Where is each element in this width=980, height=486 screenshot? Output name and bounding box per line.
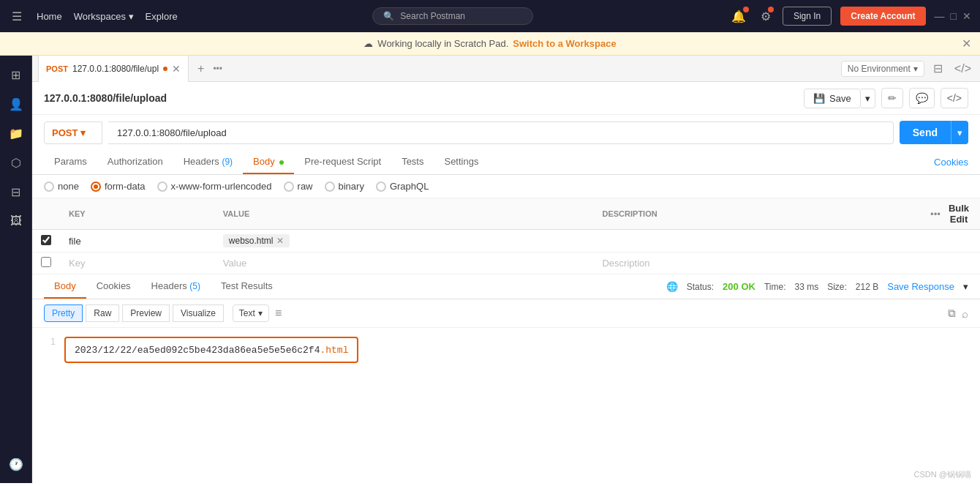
text-format-selector[interactable]: Text ▾ xyxy=(233,304,269,322)
resp-tab-body[interactable]: Body xyxy=(44,274,86,299)
cookies-button[interactable]: Cookies xyxy=(934,157,968,168)
form-data-radio xyxy=(91,182,101,192)
main-layout: ⊞ 👤 📁 ⬡ ⊟ 🖼 🕐 POST 127.0.0.1:8080/file/u… xyxy=(0,56,980,483)
code-snippet-button[interactable]: </> xyxy=(941,88,968,108)
size-label: Size: xyxy=(827,282,847,292)
method-selector[interactable]: POST ▾ xyxy=(44,122,102,144)
minimize-button[interactable]: — xyxy=(935,10,945,22)
save-resp-arrow[interactable]: ▾ xyxy=(963,281,968,292)
sidebar-icon-mock[interactable]: ⊟ xyxy=(3,179,29,205)
nav-workspaces[interactable]: Workspaces ▾ xyxy=(74,11,134,22)
new-tab-button[interactable]: + xyxy=(192,62,210,75)
visualize-button[interactable]: Visualize xyxy=(173,304,224,322)
save-button[interactable]: 💾 Save xyxy=(804,89,861,108)
tab-headers[interactable]: Headers (9) xyxy=(173,150,243,174)
tab-body[interactable]: Body xyxy=(243,150,294,174)
send-dropdown-button[interactable]: ▾ xyxy=(951,121,968,144)
tab-url-label: 127.0.0.1:8080/file/upl xyxy=(72,64,159,74)
code-line-1: 1 2023/12/22/ea5ed092c5be423da86ea5e5e5e… xyxy=(44,337,968,363)
tab-authorization[interactable]: Authorization xyxy=(97,150,173,174)
size-value: 212 B xyxy=(856,282,878,292)
sidebar-icon-collection[interactable]: 📁 xyxy=(3,120,29,146)
active-tab[interactable]: POST 127.0.0.1:8080/file/upl ✕ xyxy=(38,56,189,82)
raw-button[interactable]: Raw xyxy=(86,304,119,322)
body-type-raw[interactable]: raw xyxy=(284,181,313,192)
resp-tab-tests[interactable]: Test Results xyxy=(211,274,283,299)
file-tag-remove[interactable]: ✕ xyxy=(276,236,284,246)
content-area: POST 127.0.0.1:8080/file/upl ✕ + ••• No … xyxy=(32,56,980,483)
code-highlight-box: 2023/12/22/ea5ed092c5be423da86ea5e5e5e6c… xyxy=(64,337,358,363)
resp-tab-headers[interactable]: Headers (5) xyxy=(141,274,211,299)
resp-tab-cookies[interactable]: Cookies xyxy=(86,274,141,299)
nav-explore[interactable]: Explore xyxy=(146,11,178,22)
table-more-button[interactable]: ••• xyxy=(930,209,941,220)
save-response-button[interactable]: Save Response xyxy=(887,281,954,292)
tab-pre-request[interactable]: Pre-request Script xyxy=(294,150,391,174)
sidebar-icon-env[interactable]: ⬡ xyxy=(3,149,29,176)
notif-close-button[interactable]: ✕ xyxy=(962,37,971,51)
search-response-button[interactable]: ⌕ xyxy=(962,307,968,320)
sidebar-icon-history[interactable]: 🕐 xyxy=(3,451,29,477)
body-type-binary[interactable]: binary xyxy=(325,181,364,192)
kv-table: KEY VALUE DESCRIPTION ••• Bulk Edit file xyxy=(32,198,980,274)
edit-icon-button[interactable]: ✏ xyxy=(881,88,903,108)
row-empty-checkbox[interactable] xyxy=(41,257,51,267)
send-button[interactable]: Send xyxy=(900,121,951,144)
body-type-form-data[interactable]: form-data xyxy=(91,181,146,192)
file-tag-name: webso.html xyxy=(229,236,274,246)
comment-icon-button[interactable]: 💬 xyxy=(909,88,935,108)
url-input[interactable] xyxy=(108,122,894,144)
settings-badge xyxy=(768,7,774,12)
switch-workspace-link[interactable]: Switch to a Workspace xyxy=(513,38,616,49)
close-button[interactable]: ✕ xyxy=(962,10,971,22)
raw-radio xyxy=(284,182,294,192)
copy-button[interactable]: ⧉ xyxy=(948,307,956,320)
body-type-urlencoded[interactable]: x-www-form-urlencoded xyxy=(157,181,272,192)
notif-text: Working locally in Scratch Pad. xyxy=(377,38,508,49)
create-account-button[interactable]: Create Account xyxy=(840,7,925,26)
bulk-edit-button[interactable]: Bulk Edit xyxy=(946,203,971,225)
request-title-actions: 💾 Save ▾ ✏ 💬 </> xyxy=(804,88,968,108)
sidebar-icon-image[interactable]: 🖼 xyxy=(3,208,29,234)
preview-button[interactable]: Preview xyxy=(122,304,170,322)
pretty-button[interactable]: Pretty xyxy=(44,304,83,322)
code-view-icon[interactable]: </> xyxy=(951,59,974,78)
description-cell xyxy=(593,230,921,253)
none-radio xyxy=(44,182,54,192)
text-format-arrow: ▾ xyxy=(258,308,263,318)
table-view-icon[interactable]: ⊟ xyxy=(930,59,946,78)
watermark: CSDN @锅锅喵 xyxy=(914,469,971,480)
tab-more-button[interactable]: ••• xyxy=(213,64,222,74)
tab-params[interactable]: Params xyxy=(44,150,97,174)
tab-settings[interactable]: Settings xyxy=(434,150,489,174)
settings-icon[interactable]: ⚙ xyxy=(758,7,774,26)
save-dropdown-button[interactable]: ▾ xyxy=(861,89,875,108)
tab-close-icon[interactable]: ✕ xyxy=(172,63,181,75)
notifications-icon[interactable]: 🔔 xyxy=(728,7,749,26)
maximize-button[interactable]: □ xyxy=(951,10,957,22)
top-actions: 🔔 ⚙ Sign In Create Account — □ ✕ xyxy=(728,7,971,26)
tab-method-label: POST xyxy=(46,64,68,73)
row-checkbox[interactable] xyxy=(41,235,51,245)
tab-tests[interactable]: Tests xyxy=(391,150,434,174)
tab-bar: POST 127.0.0.1:8080/file/upl ✕ + ••• No … xyxy=(32,56,980,82)
hamburger-icon[interactable]: ☰ xyxy=(9,7,25,26)
sign-in-button[interactable]: Sign In xyxy=(783,7,832,26)
sidebar-icon-new[interactable]: ⊞ xyxy=(3,61,29,88)
status-label: Status: xyxy=(687,282,714,292)
body-type-none[interactable]: none xyxy=(44,181,79,192)
nav-home[interactable]: Home xyxy=(37,11,62,22)
binary-radio xyxy=(325,182,335,192)
notification-bar: ☁ Working locally in Scratch Pad. Switch… xyxy=(0,32,980,56)
key-placeholder: Key xyxy=(69,258,85,269)
request-title: 127.0.0.1:8080/file/upload xyxy=(44,92,167,104)
response-tabs-bar: Body Cookies Headers (5) Test Results 🌐 … xyxy=(32,274,980,299)
sidebar-icon-people[interactable]: 👤 xyxy=(3,91,29,117)
body-type-graphql[interactable]: GraphQL xyxy=(376,181,429,192)
search-box[interactable]: 🔍 Search Postman xyxy=(372,7,533,25)
wrap-icon-button[interactable]: ≡ xyxy=(272,304,284,323)
env-selector[interactable]: No Environment ▾ xyxy=(841,61,924,77)
search-icon: 🔍 xyxy=(383,11,394,21)
tab-modified-dot xyxy=(163,67,167,71)
notif-icon: ☁ xyxy=(363,38,373,49)
